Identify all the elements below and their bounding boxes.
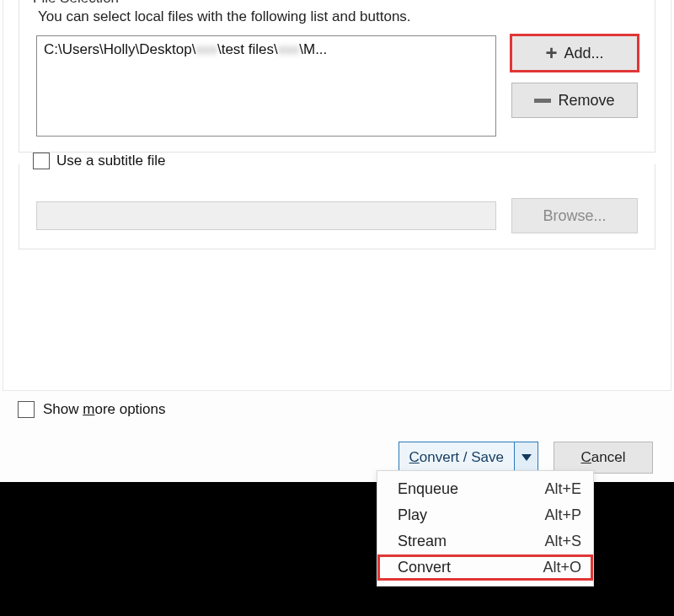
remove-button-label: Remove <box>558 92 614 110</box>
show-more-options-checkbox[interactable] <box>18 401 35 418</box>
file-path-segment: C:\Users\Holly\Desktop\ <box>44 41 195 57</box>
menu-item-convert[interactable]: Convert Alt+O <box>377 554 593 581</box>
convert-save-button[interactable]: Convert / Save <box>399 442 514 473</box>
minus-icon <box>534 99 551 103</box>
file-path-redacted: xxx <box>278 41 300 58</box>
menu-item-stream[interactable]: Stream Alt+S <box>377 528 593 554</box>
file-path-segment: \M... <box>299 41 327 57</box>
show-more-options-label: Show more options <box>43 401 166 418</box>
menu-item-enqueue[interactable]: Enqueue Alt+E <box>377 476 593 502</box>
cancel-button[interactable]: Cancel <box>554 442 653 474</box>
remove-button[interactable]: Remove <box>511 83 638 118</box>
menu-item-play[interactable]: Play Alt+P <box>377 502 593 528</box>
use-subtitle-label: Use a subtitle file <box>56 153 165 169</box>
browse-button-label: Browse... <box>543 207 606 225</box>
menu-item-shortcut: Alt+P <box>544 506 581 524</box>
use-subtitle-checkbox[interactable] <box>33 153 50 169</box>
menu-item-shortcut: Alt+O <box>543 559 581 576</box>
file-selection-help: You can select local files with the foll… <box>38 8 638 25</box>
convert-save-menu: Enqueue Alt+E Play Alt+P Stream Alt+S Co… <box>377 470 594 587</box>
file-selection-group: File Selection You can select local file… <box>19 0 655 153</box>
add-button[interactable]: + Add... <box>511 35 638 71</box>
menu-item-shortcut: Alt+S <box>544 533 581 550</box>
subtitle-group: Use a subtitle file Browse... <box>19 164 655 249</box>
file-listbox[interactable]: C:\Users\Holly\Desktop\xxx\test files\xx… <box>36 35 496 137</box>
menu-item-label: Enqueue <box>398 480 527 498</box>
subtitle-path-input <box>36 201 496 230</box>
convert-save-dropdown-toggle[interactable] <box>514 442 538 473</box>
file-path-redacted: xxx <box>195 41 217 58</box>
menu-item-shortcut: Alt+E <box>544 480 581 498</box>
file-selection-legend: File Selection <box>28 0 124 7</box>
menu-item-label: Play <box>398 506 527 524</box>
add-button-label: Add... <box>564 45 603 62</box>
browse-button: Browse... <box>511 198 638 233</box>
chevron-down-icon <box>522 454 532 461</box>
menu-item-label: Convert <box>398 559 526 576</box>
convert-save-split-button[interactable]: Convert / Save <box>399 442 538 474</box>
dialog-body: File Selection You can select local file… <box>3 0 671 391</box>
menu-item-label: Stream <box>398 533 527 550</box>
plus-icon: + <box>545 47 557 59</box>
show-more-options-row[interactable]: Show more options <box>18 401 671 418</box>
file-path-segment: \test files\ <box>217 41 278 57</box>
